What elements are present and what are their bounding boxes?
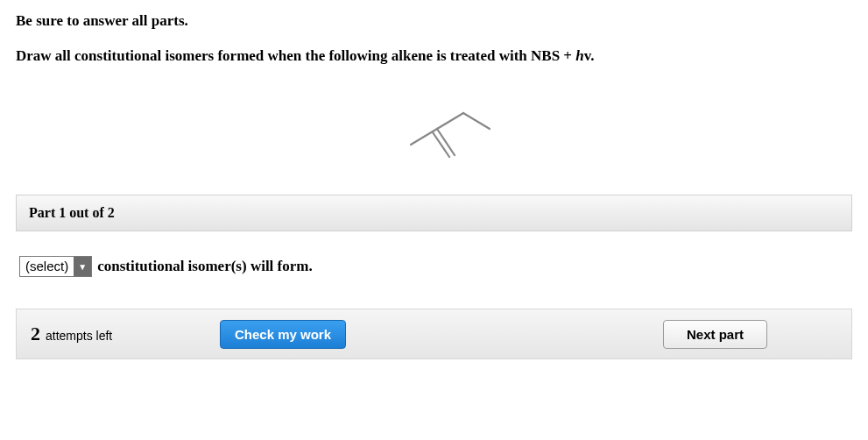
part-header: Part 1 out of 2 [16,195,852,231]
instruction-text: Be sure to answer all parts. [16,12,852,30]
question-text: Draw all constitutional isomers formed w… [16,47,852,65]
check-my-work-button[interactable]: Check my work [220,320,346,349]
attempts-remaining: 2 attempts left [31,323,206,345]
answer-label: constitutional isomer(s) will form. [97,258,313,275]
alkene-structure-icon [369,87,500,166]
svg-line-2 [411,129,437,145]
isomer-count-select[interactable]: (select) ▼ [19,256,92,277]
question-prefix: Draw all constitutional isomers formed w… [16,47,575,64]
svg-line-0 [437,113,463,129]
answer-row: (select) ▼ constitutional isomer(s) will… [16,256,852,277]
footer-bar: 2 attempts left Check my work Next part [16,309,852,359]
question-suffix: . [590,47,594,64]
attempts-count: 2 [31,323,40,345]
select-placeholder: (select) [20,257,74,276]
svg-line-1 [463,113,490,129]
molecule-diagram [16,74,852,179]
next-part-button[interactable]: Next part [663,320,767,349]
chevron-down-icon: ▼ [74,257,91,276]
question-hv-h: h [575,47,583,64]
attempts-label: attempts left [46,329,112,343]
